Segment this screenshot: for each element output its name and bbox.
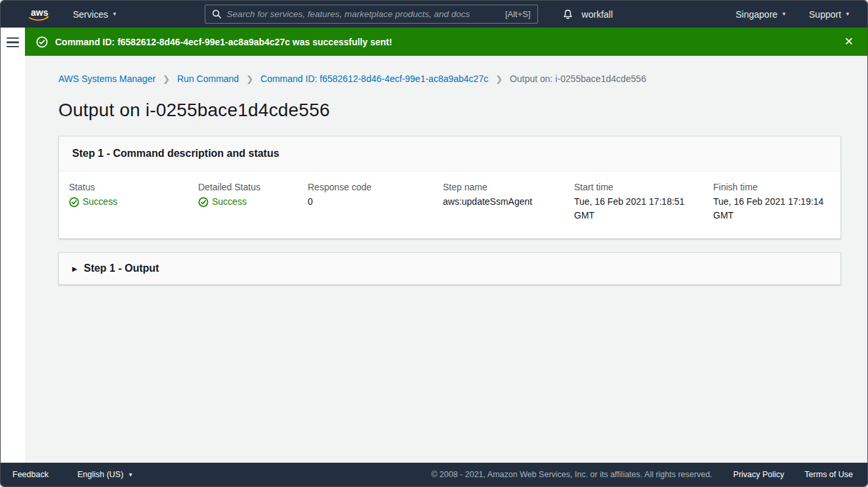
side-rail [1, 28, 25, 463]
finish-time-value: Tue, 16 Feb 2021 17:19:14 GMT [713, 195, 831, 222]
flashbar-message: Command ID: f6582612-8d46-4ecf-99e1-ac8a… [55, 37, 392, 47]
expand-triangle-icon: ▶ [72, 265, 77, 272]
svg-text:aws: aws [31, 7, 49, 18]
notifications-button[interactable] [562, 9, 573, 20]
menu-toggle-button[interactable] [7, 37, 19, 47]
field-finish-time: Finish time Tue, 16 Feb 2021 17:19:14 GM… [713, 180, 840, 222]
field-label: Response code [308, 180, 434, 194]
console-footer: Feedback English (US) ▼ © 2008 - 2021, A… [1, 463, 867, 486]
step1-output-expander[interactable]: ▶ Step 1 - Output [58, 252, 841, 285]
search-shortcut-hint: [Alt+S] [505, 9, 531, 19]
aws-logo-icon: aws [27, 7, 51, 22]
account-name: workfall [582, 9, 613, 20]
field-label: Start time [574, 180, 704, 194]
services-menu[interactable]: Services ▼ [73, 9, 117, 20]
chevron-down-icon: ▼ [112, 11, 117, 17]
breadcrumb-systems-manager[interactable]: AWS Systems Manager [58, 74, 155, 84]
privacy-policy-link[interactable]: Privacy Policy [734, 470, 785, 479]
account-menu[interactable]: workfall [582, 9, 613, 20]
support-label: Support [809, 9, 841, 20]
field-start-time: Start time Tue, 16 Feb 2021 17:18:51 GMT [574, 180, 713, 222]
aws-logo[interactable]: aws [27, 7, 51, 22]
field-label: Step name [443, 180, 565, 194]
breadcrumb-current: Output on: i-0255bace1d4cde556 [510, 74, 646, 84]
field-status: Status Success [69, 180, 198, 222]
bell-icon [562, 9, 573, 20]
support-menu[interactable]: Support ▼ [809, 9, 850, 20]
detailed-status-badge: Success [212, 195, 247, 209]
field-detailed-status: Detailed Status Success [198, 180, 308, 222]
services-label: Services [73, 9, 108, 20]
close-icon[interactable]: ✕ [842, 35, 856, 49]
breadcrumb-run-command[interactable]: Run Command [177, 74, 239, 84]
main-column: Command ID: f6582612-8d46-4ecf-99e1-ac8a… [25, 28, 867, 463]
global-search[interactable]: [Alt+S] [205, 5, 538, 24]
terms-of-use-link[interactable]: Terms of Use [804, 470, 853, 479]
success-check-icon [69, 197, 79, 207]
field-label: Finish time [713, 180, 831, 194]
region-menu[interactable]: Singapore ▼ [735, 9, 787, 20]
copyright-text: © 2008 - 2021, Amazon Web Services, Inc.… [431, 470, 712, 479]
top-navigation-bar: aws Services ▼ [Alt+S] workfall Singapor… [1, 1, 867, 28]
breadcrumb-command-id[interactable]: Command ID: f6582612-8d46-4ecf-99e1-ac8a… [260, 74, 488, 84]
breadcrumb-separator-icon: ❯ [246, 74, 253, 84]
success-check-icon [198, 197, 209, 207]
browser-window: aws Services ▼ [Alt+S] workfall Singapor… [0, 0, 868, 487]
feedback-button[interactable]: Feedback [12, 470, 49, 479]
field-response-code: Response code 0 [308, 180, 443, 222]
step1-output-title: Step 1 - Output [84, 263, 159, 274]
breadcrumb: AWS Systems Manager ❯ Run Command ❯ Comm… [58, 74, 841, 84]
chevron-down-icon: ▼ [781, 11, 787, 17]
step1-status-card: Step 1 - Command description and status … [58, 136, 841, 239]
search-input[interactable] [227, 9, 505, 19]
step-name-value: aws:updateSsmAgent [443, 195, 562, 209]
step1-card-title: Step 1 - Command description and status [59, 137, 840, 171]
response-code-value: 0 [308, 195, 427, 209]
field-label: Detailed Status [198, 180, 299, 194]
region-name: Singapore [735, 9, 777, 20]
chevron-down-icon: ▼ [845, 11, 850, 17]
step1-card-fields: Status Success Detailed Status [59, 171, 840, 238]
status-badge: Success [83, 195, 117, 209]
chevron-down-icon: ▼ [128, 472, 133, 478]
content-area: AWS Systems Manager ❯ Run Command ❯ Comm… [25, 56, 867, 463]
start-time-value: Tue, 16 Feb 2021 17:18:51 GMT [574, 195, 693, 222]
search-icon [212, 9, 222, 19]
success-circle-icon [36, 36, 48, 48]
page-title: Output on i-0255bace1d4cde556 [58, 100, 841, 121]
field-step-name: Step name aws:updateSsmAgent [443, 180, 574, 222]
language-selector[interactable]: English (US) ▼ [77, 470, 133, 479]
field-label: Status [69, 180, 189, 194]
page-body: Command ID: f6582612-8d46-4ecf-99e1-ac8a… [1, 28, 867, 463]
success-flashbar: Command ID: f6582612-8d46-4ecf-99e1-ac8a… [25, 28, 867, 56]
breadcrumb-separator-icon: ❯ [163, 74, 170, 84]
language-label: English (US) [77, 470, 123, 479]
breadcrumb-separator-icon: ❯ [495, 74, 503, 84]
